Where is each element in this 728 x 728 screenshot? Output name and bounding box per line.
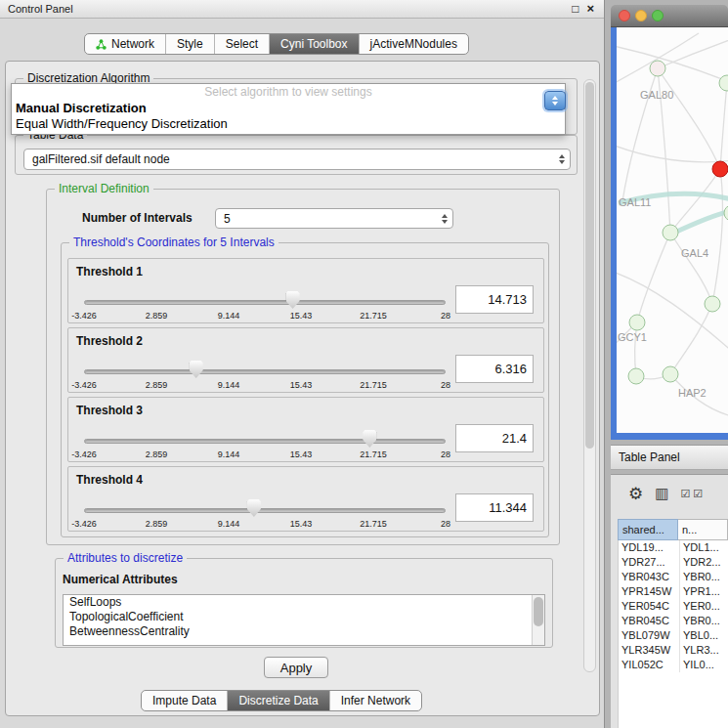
control-panel-body: Discretization Algorithm Select algorith… bbox=[5, 61, 600, 716]
table-data-combobox[interactable]: galFiltered.sif default node bbox=[23, 149, 571, 170]
tab-jactivemnodules[interactable]: jActiveMNodules bbox=[360, 34, 468, 54]
network-window-titlebar[interactable] bbox=[611, 5, 728, 27]
table-row[interactable]: YLR345WYLR3... bbox=[619, 643, 728, 658]
slider-thumb[interactable] bbox=[363, 430, 376, 448]
panel-scrollbar-thumb[interactable] bbox=[585, 82, 594, 449]
slider-tick-labels: -3.4262.8599.14415.4321.71528 bbox=[84, 519, 446, 531]
thresholds-group-label: Threshold's Coordinates for 5 Intervals bbox=[69, 236, 278, 249]
close-window-icon[interactable]: × bbox=[586, 0, 594, 18]
slider-track[interactable] bbox=[84, 300, 446, 305]
network-edge bbox=[658, 68, 720, 169]
list-item-topologicalcoefficient[interactable]: TopologicalCoefficient bbox=[64, 610, 544, 624]
number-of-intervals-combobox[interactable]: 5 bbox=[215, 208, 453, 229]
tab-infer-network[interactable]: Infer Network bbox=[330, 691, 421, 710]
network-graph: GAL80GAL11GAL4GCY1HAP2 bbox=[617, 27, 728, 433]
node-label: GAL11 bbox=[619, 196, 651, 208]
dropdown-option-manual-discretization[interactable]: Manual Discretization bbox=[12, 101, 565, 116]
threshold-slider[interactable]: -3.4262.8599.14415.4321.71528 bbox=[84, 328, 446, 392]
column-header-2[interactable]: n... bbox=[678, 519, 728, 540]
dropdown-option-equal-width-frequency-discretization[interactable]: Equal Width/Frequency Discretization bbox=[12, 116, 565, 132]
network-canvas[interactable]: GAL80GAL11GAL4GCY1HAP2 bbox=[617, 27, 728, 433]
slider-track[interactable] bbox=[84, 508, 446, 513]
network-view-window: GAL80GAL11GAL4GCY1HAP2 bbox=[611, 5, 728, 440]
float-window-icon[interactable]: □ bbox=[572, 0, 578, 18]
select-visible-columns-icon[interactable]: ☑ bbox=[680, 488, 690, 500]
table-cell: YBR0... bbox=[679, 614, 728, 628]
tab-style[interactable]: Style bbox=[166, 34, 215, 54]
threshold-slider[interactable]: -3.4262.8599.14415.4321.71528 bbox=[84, 467, 446, 531]
table-row[interactable]: YDL19...YDL1... bbox=[619, 540, 728, 555]
select-all-columns-icon[interactable]: ☑ bbox=[693, 488, 703, 500]
network-node[interactable] bbox=[663, 225, 678, 240]
network-edge bbox=[670, 304, 712, 374]
network-edge bbox=[712, 169, 722, 304]
threshold-value-field[interactable]: 21.4 bbox=[455, 424, 534, 452]
tick-label: -3.426 bbox=[71, 380, 97, 390]
threshold-value-field[interactable]: 14.713 bbox=[455, 285, 534, 314]
zoom-traffic-light-icon[interactable] bbox=[652, 10, 664, 21]
slider-tick-labels: -3.4262.8599.14415.4321.71528 bbox=[84, 311, 446, 322]
table-row[interactable]: YDR27...YDR2... bbox=[619, 555, 728, 570]
network-node[interactable] bbox=[724, 205, 728, 221]
algorithm-dropdown-popup: Select algorithm to view settings Manual… bbox=[11, 83, 566, 135]
network-edge bbox=[617, 45, 728, 82]
close-traffic-light-icon[interactable] bbox=[619, 10, 630, 21]
network-node[interactable] bbox=[705, 296, 720, 312]
slider-thumb[interactable] bbox=[190, 361, 203, 378]
table-row[interactable]: YIL052CYIL0... bbox=[619, 658, 728, 672]
table-panel-window: ⚙▥☑☑ shared...n... YDL19...YDL1...YDR27.… bbox=[611, 474, 728, 728]
network-node[interactable] bbox=[650, 61, 665, 76]
control-panel-titlebar[interactable]: Control Panel □ × bbox=[0, 0, 604, 19]
table-row[interactable]: YBR045CYBR0... bbox=[619, 614, 728, 628]
tab-cyni-toolbox[interactable]: Cyni Toolbox bbox=[270, 34, 359, 54]
list-item-betweennesscentrality[interactable]: BetweennessCentrality bbox=[64, 624, 544, 639]
threshold-value-field[interactable]: 11.344 bbox=[455, 493, 534, 522]
table-cell: YIL0... bbox=[679, 658, 728, 672]
table-cell: YDR27... bbox=[619, 555, 679, 570]
tick-label: -3.426 bbox=[71, 450, 97, 459]
list-item-selfloops[interactable]: SelfLoops bbox=[64, 595, 544, 610]
threshold-box-3: Threshold 3-3.4262.8599.14415.4321.71528… bbox=[67, 397, 544, 462]
apply-button[interactable]: Apply bbox=[264, 657, 328, 678]
tab-label: Network bbox=[111, 37, 154, 51]
slider-track[interactable] bbox=[84, 369, 446, 374]
network-node[interactable] bbox=[663, 366, 678, 382]
tab-discretize-data[interactable]: Discretize Data bbox=[228, 691, 329, 710]
slider-thumb[interactable] bbox=[286, 291, 300, 309]
table-row[interactable]: YBR043CYBR0... bbox=[619, 570, 728, 584]
slider-thumb[interactable] bbox=[247, 499, 261, 517]
tab-select[interactable]: Select bbox=[215, 34, 270, 54]
network-node[interactable] bbox=[629, 315, 645, 330]
network-edge bbox=[720, 83, 727, 169]
tab-impute-data[interactable]: Impute Data bbox=[142, 691, 228, 710]
tab-network[interactable]: Network bbox=[85, 34, 166, 54]
threshold-value-field[interactable]: 6.316 bbox=[455, 355, 534, 383]
column-layout-icon[interactable]: ▥ bbox=[655, 485, 668, 502]
minimize-traffic-light-icon[interactable] bbox=[635, 10, 647, 21]
network-node[interactable] bbox=[628, 368, 644, 384]
table-row[interactable]: YPR145WYPR1... bbox=[619, 584, 728, 599]
table-row[interactable]: YBL079WYBL0... bbox=[619, 628, 728, 643]
table-cell: YIL052C bbox=[619, 658, 679, 672]
table-panel-header[interactable]: Table Panel bbox=[611, 445, 728, 470]
list-scrollbar[interactable] bbox=[532, 595, 544, 645]
table-cell: YBR0... bbox=[679, 570, 728, 584]
threshold-slider[interactable]: -3.4262.8599.14415.4321.71528 bbox=[84, 398, 446, 461]
tick-label: 9.144 bbox=[218, 380, 240, 390]
algorithm-combo-stepper-button[interactable] bbox=[544, 91, 566, 110]
node-label: GAL80 bbox=[640, 89, 673, 101]
selected-network-node[interactable] bbox=[712, 161, 728, 177]
network-node[interactable] bbox=[719, 75, 728, 91]
threshold-slider[interactable]: -3.4262.8599.14415.4321.71528 bbox=[84, 259, 446, 322]
tick-label: -3.426 bbox=[71, 519, 97, 529]
settings-gear-icon[interactable]: ⚙ bbox=[628, 484, 643, 504]
tick-label: 21.715 bbox=[360, 450, 387, 459]
desktop: Control Panel □ × NetworkStyleSelectCyni… bbox=[0, 0, 728, 728]
tick-label: 15.43 bbox=[290, 311, 313, 321]
panel-scrollbar[interactable] bbox=[583, 79, 596, 672]
table-row[interactable]: YER054CYER0... bbox=[619, 599, 728, 614]
column-header-1[interactable]: shared... bbox=[618, 519, 678, 540]
slider-track[interactable] bbox=[84, 439, 446, 444]
node-label: HAP2 bbox=[678, 387, 707, 399]
list-scrollbar-thumb[interactable] bbox=[534, 597, 543, 626]
